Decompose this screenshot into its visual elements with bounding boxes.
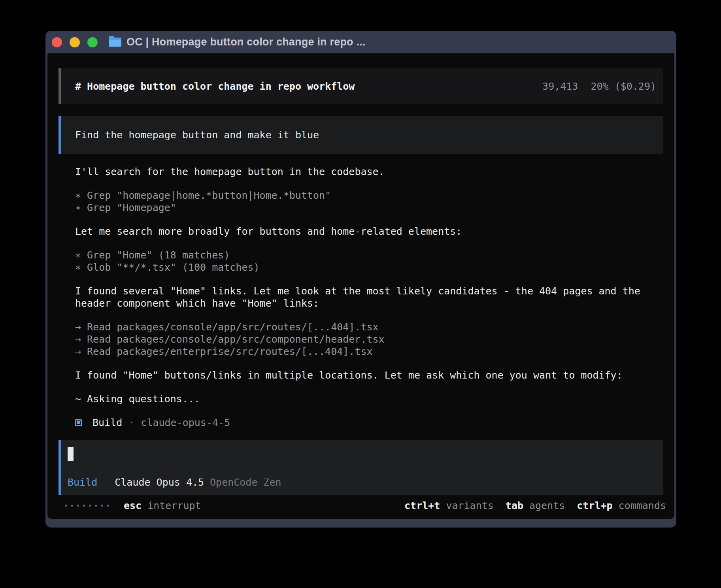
input-mode-line: Build Claude Opus 4.5 OpenCode Zen bbox=[68, 476, 649, 488]
read-call: → Read packages/console/app/src/componen… bbox=[75, 333, 661, 345]
spinner-dots-icon bbox=[65, 505, 109, 507]
agent-status-line: Build · claude-opus-4-5 bbox=[75, 416, 674, 429]
esc-key: esc bbox=[124, 499, 142, 512]
token-count: 39,413 bbox=[542, 80, 578, 92]
tool-call-group: ∗ Grep "Home" (18 matches) ∗ Glob "**/*.… bbox=[75, 249, 661, 273]
input-model: Claude Opus 4.5 bbox=[115, 476, 204, 488]
read-call-label: Read packages/console/app/src/routes/[..… bbox=[87, 321, 379, 333]
esc-label: interrupt bbox=[147, 499, 201, 512]
read-call: → Read packages/console/app/src/routes/[… bbox=[75, 321, 661, 333]
agent-model: claude-opus-4-5 bbox=[141, 416, 230, 429]
window-title: OC | Homepage button color change in rep… bbox=[126, 36, 366, 48]
asterisk-icon: ∗ bbox=[75, 202, 81, 214]
tool-call: ∗ Grep "homepage|home.*button|Home.*butt… bbox=[75, 189, 661, 202]
terminal-content: # Homepage button color change in repo w… bbox=[47, 53, 674, 519]
tool-call-label: Grep "homepage|home.*button|Home.*button… bbox=[87, 189, 331, 202]
agent-name: Build bbox=[92, 416, 122, 429]
traffic-lights bbox=[52, 37, 98, 47]
tool-call-group: ∗ Grep "homepage|home.*button|Home.*butt… bbox=[75, 189, 661, 214]
text-cursor bbox=[68, 447, 74, 461]
prompt-input[interactable]: Build Claude Opus 4.5 OpenCode Zen bbox=[59, 440, 663, 495]
assistant-message: I'll search for the homepage button in t… bbox=[75, 166, 661, 178]
assistant-message: Let me search more broadly for buttons a… bbox=[75, 225, 661, 237]
folder-icon bbox=[109, 38, 121, 47]
hint-agents: tab agents bbox=[506, 499, 565, 512]
assistant-message: I found several "Home" links. Let me loo… bbox=[75, 285, 661, 309]
read-call: → Read packages/enterprise/src/routes/[.… bbox=[75, 345, 661, 358]
tool-call: ∗ Grep "Homepage" bbox=[75, 202, 661, 214]
terminal-window: OC | Homepage button color change in rep… bbox=[45, 31, 676, 528]
minimize-button[interactable] bbox=[70, 37, 80, 47]
asterisk-icon: ∗ bbox=[75, 189, 81, 202]
assistant-message: I found "Home" buttons/links in multiple… bbox=[75, 369, 661, 381]
user-message-text: Find the homepage button and make it blu… bbox=[75, 129, 319, 141]
zoom-button[interactable] bbox=[87, 37, 98, 47]
session-title: # Homepage button color change in repo w… bbox=[75, 80, 355, 92]
arrow-right-icon: → bbox=[75, 333, 81, 345]
hint-commands: ctrl+p commands bbox=[577, 499, 666, 512]
arrow-right-icon: → bbox=[75, 345, 81, 358]
tool-call-label: Grep "Home" (18 matches) bbox=[87, 249, 230, 261]
read-call-label: Read packages/enterprise/src/routes/[...… bbox=[87, 345, 372, 358]
arrow-right-icon: → bbox=[75, 321, 81, 333]
session-stats: 39,413 20% ($0.29) bbox=[542, 80, 656, 92]
asking-status: ~ Asking questions... bbox=[75, 393, 661, 405]
session-header: # Homepage button color change in repo w… bbox=[59, 68, 663, 104]
esc-hint: esc interrupt bbox=[124, 499, 201, 512]
tool-call-label: Glob "**/*.tsx" (100 matches) bbox=[87, 261, 260, 273]
tool-call: ∗ Grep "Home" (18 matches) bbox=[75, 249, 661, 261]
read-call-group: → Read packages/console/app/src/routes/[… bbox=[75, 321, 661, 358]
asterisk-icon: ∗ bbox=[75, 249, 81, 261]
hint-variants: ctrl+t variants bbox=[404, 499, 494, 512]
agent-separator: · bbox=[128, 416, 134, 429]
tool-call-label: Grep "Homepage" bbox=[87, 202, 176, 214]
close-button[interactable] bbox=[52, 37, 62, 47]
status-bar: esc interrupt ctrl+t variants tab agents… bbox=[65, 499, 666, 512]
input-mode: Build bbox=[68, 476, 97, 488]
read-call-label: Read packages/console/app/src/component/… bbox=[87, 333, 385, 345]
keyboard-hints: ctrl+t variants tab agents ctrl+p comman… bbox=[404, 499, 666, 512]
agent-square-icon bbox=[75, 419, 82, 426]
asterisk-icon: ∗ bbox=[75, 261, 81, 273]
title-bar[interactable]: OC | Homepage button color change in rep… bbox=[45, 31, 676, 53]
input-provider: OpenCode Zen bbox=[210, 476, 281, 488]
context-usage: 20% ($0.29) bbox=[591, 80, 656, 92]
tool-call: ∗ Glob "**/*.tsx" (100 matches) bbox=[75, 261, 661, 273]
user-message: Find the homepage button and make it blu… bbox=[59, 116, 663, 154]
